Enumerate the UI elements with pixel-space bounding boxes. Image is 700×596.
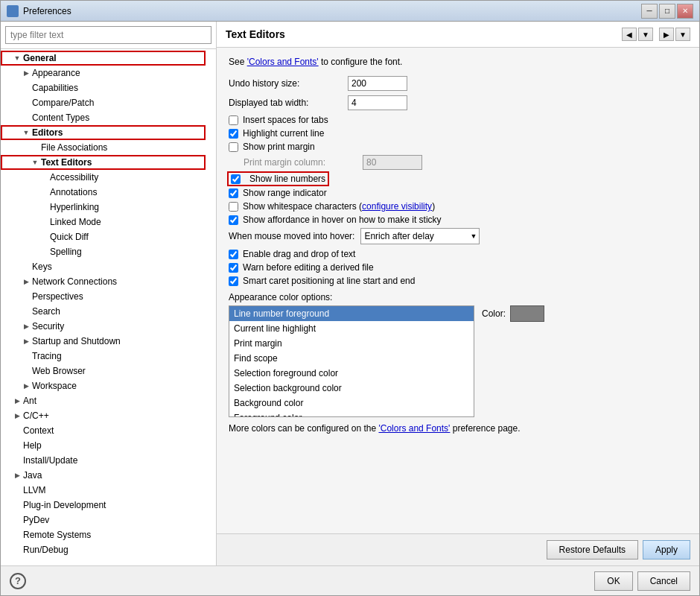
tree-item-pydev[interactable]: PyDev [1, 513, 206, 527]
tab-width-row: Displayed tab width: [229, 95, 687, 110]
expand-icon-spelling [39, 247, 48, 256]
tree-item-workspace[interactable]: ▶ Workspace [1, 378, 206, 393]
tree-item-remote-systems[interactable]: Remote Systems [1, 527, 206, 542]
tree-item-perspectives[interactable]: Perspectives [1, 289, 206, 304]
ok-button[interactable]: OK [594, 571, 632, 591]
tab-width-input[interactable] [348, 95, 407, 110]
tree-item-appearance[interactable]: ▶ Appearance [1, 66, 206, 80]
tree-item-linked-mode[interactable]: Linked Mode [1, 215, 206, 229]
nav-forward-dropdown-button[interactable]: ▼ [675, 28, 690, 41]
show-range-checkbox[interactable] [229, 188, 238, 198]
color-list-item-foreground[interactable]: Foreground color [229, 410, 474, 417]
tree-item-llvm[interactable]: LLVM [1, 483, 206, 498]
expand-icon-run-debug [13, 545, 22, 554]
tree-item-java[interactable]: ▶ Java [1, 468, 206, 483]
tree-item-spelling[interactable]: Spelling [1, 244, 206, 259]
tree-item-accessibility[interactable]: Accessibility [1, 170, 206, 185]
show-print-margin-checkbox[interactable] [229, 142, 238, 152]
tree-item-content-types[interactable]: Content Types [1, 110, 206, 125]
expand-icon-capabilities [22, 83, 31, 92]
color-list-item-current-highlight[interactable]: Current line highlight [229, 321, 474, 336]
color-list-item-background[interactable]: Background color [229, 396, 474, 410]
color-label: Color: [482, 308, 506, 319]
tree-item-context[interactable]: Context [1, 423, 206, 438]
show-line-numbers-checkbox[interactable] [231, 174, 241, 184]
apply-button[interactable]: Apply [643, 540, 690, 559]
expand-icon-startup-shutdown: ▶ [22, 337, 31, 346]
color-list-item-selection-background[interactable]: Selection background color [229, 381, 474, 396]
tree-label-llvm: LLVM [23, 485, 45, 495]
show-range-row: Show range indicator [229, 188, 687, 198]
show-print-margin-row: Show print margin [229, 142, 687, 152]
expand-icon-editors: ▼ [22, 128, 31, 137]
insert-spaces-checkbox[interactable] [229, 115, 238, 125]
color-swatch[interactable] [510, 305, 544, 322]
help-button[interactable]: ? [10, 573, 26, 589]
tree-item-capabilities[interactable]: Capabilities [1, 80, 206, 95]
tree-label-help: Help [23, 440, 42, 451]
right-panel: Text Editors ◀ ▼ ▶ ▼ See 'Colors and Fon… [217, 22, 699, 565]
tree-label-workspace: Workspace [32, 381, 77, 391]
undo-history-label: Undo history size: [229, 78, 348, 89]
colors-fonts-link[interactable]: 'Colors and Fonts' [247, 57, 319, 67]
tree-label-spelling: Spelling [50, 247, 82, 257]
smart-caret-row: Smart caret positioning at line start an… [229, 276, 687, 286]
tree-item-hyperlinking[interactable]: Hyperlinking [1, 200, 206, 215]
tree-item-text-editors[interactable]: ▼ Text Editors [1, 155, 206, 170]
tree-item-compare-patch[interactable]: Compare/Patch [1, 95, 206, 110]
tree-item-quick-diff[interactable]: Quick Diff [1, 229, 206, 244]
footer-colors-fonts-link[interactable]: 'Colors and Fonts' [378, 423, 450, 434]
show-whitespace-row: Show whitespace characters (configure vi… [229, 201, 687, 212]
tree-item-plugin-development[interactable]: Plug-in Development [1, 498, 206, 513]
tree-item-editors[interactable]: ▼ Editors [1, 125, 206, 140]
color-list-item-line-foreground[interactable]: Line number foreground [229, 306, 474, 321]
maximize-button[interactable]: □ [659, 4, 675, 19]
tree-item-help[interactable]: Help [1, 438, 206, 453]
color-list-item-find-scope[interactable]: Find scope [229, 351, 474, 366]
footer-text: More colors can be configured on the 'Co… [229, 423, 687, 434]
cancel-button[interactable]: Cancel [637, 571, 690, 591]
undo-history-row: Undo history size: [229, 76, 687, 91]
undo-history-input[interactable] [348, 76, 407, 91]
nav-forward-button[interactable]: ▶ [659, 28, 674, 41]
nav-dropdown-button[interactable]: ▼ [638, 28, 653, 41]
nav-back-button[interactable]: ◀ [622, 28, 637, 41]
preferences-window: Preferences ─ □ ✕ ▼ General [0, 0, 700, 596]
tree-item-ant[interactable]: ▶ Ant [1, 393, 206, 408]
tree-area: ▼ General ▶ Appearance Capabilities Comp… [1, 49, 216, 565]
print-margin-col-label: Print margin column: [244, 157, 363, 168]
hover-select[interactable]: Enrich after delay Enrich immediately Ne… [360, 228, 480, 244]
minimize-button[interactable]: ─ [641, 4, 658, 19]
expand-icon-context [13, 426, 22, 435]
highlight-line-checkbox[interactable] [229, 129, 238, 139]
tree-item-security[interactable]: ▶ Security [1, 319, 206, 334]
tree-item-annotations[interactable]: Annotations [1, 185, 206, 200]
tree-item-network-connections[interactable]: ▶ Network Connections [1, 274, 206, 289]
configure-visibility-link[interactable]: configure visibility [362, 201, 432, 212]
color-list-item-selection-foreground[interactable]: Selection foreground color [229, 366, 474, 381]
tree-item-file-associations[interactable]: File Associations [1, 140, 206, 155]
color-list-item-print-margin[interactable]: Print margin [229, 336, 474, 351]
tree-label-quick-diff: Quick Diff [50, 232, 89, 242]
filter-input[interactable] [5, 26, 211, 44]
warn-editing-checkbox[interactable] [229, 263, 238, 273]
tree-item-keys[interactable]: Keys [1, 259, 206, 274]
tree-item-web-browser[interactable]: Web Browser [1, 364, 206, 378]
tree-label-capabilities: Capabilities [32, 83, 78, 93]
tree-item-general[interactable]: ▼ General [1, 51, 206, 66]
close-button[interactable]: ✕ [677, 4, 693, 19]
tree-item-run-debug[interactable]: Run/Debug [1, 542, 206, 557]
tree-item-cpp[interactable]: ▶ C/C++ [1, 408, 206, 423]
smart-caret-checkbox[interactable] [229, 276, 238, 286]
tree-item-search[interactable]: Search [1, 304, 206, 319]
tree-item-tracing[interactable]: Tracing [1, 349, 206, 364]
restore-defaults-button[interactable]: Restore Defaults [547, 540, 638, 559]
window-icon [7, 5, 19, 17]
enable-drag-drop-checkbox[interactable] [229, 250, 238, 259]
tree-item-install-update[interactable]: Install/Update [1, 453, 206, 468]
tree-item-startup-shutdown[interactable]: ▶ Startup and Shutdown [1, 334, 206, 349]
expand-icon-file-associations [31, 143, 39, 152]
show-whitespace-checkbox[interactable] [229, 202, 238, 212]
show-affordance-checkbox[interactable] [229, 215, 238, 225]
expand-icon-security: ▶ [22, 322, 31, 331]
